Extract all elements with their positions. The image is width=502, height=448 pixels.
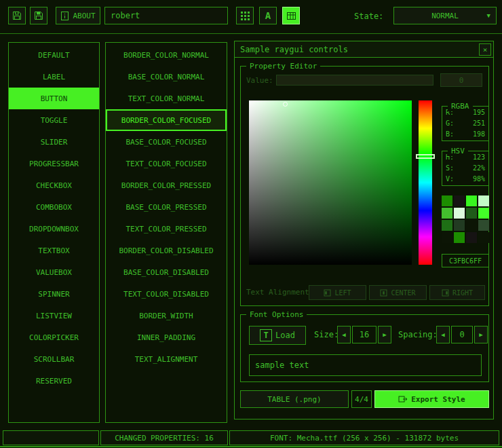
font-view-button[interactable]: A — [259, 7, 277, 24]
color-swatch[interactable] — [454, 232, 465, 243]
controls-list-item[interactable]: RESERVED — [9, 370, 99, 392]
pages-value-box[interactable]: 4/4 — [351, 390, 372, 408]
spacing-value-box[interactable]: 0 — [451, 326, 473, 343]
properties-list-item[interactable]: TEXT_COLOR_PRESSED — [106, 218, 227, 240]
rgba-blue-row: B: 198 — [442, 129, 488, 139]
table-view-button[interactable] — [282, 7, 300, 24]
open-file-button[interactable] — [8, 7, 26, 24]
properties-list-item[interactable]: TEXT_COLOR_FOCUSED — [106, 153, 227, 174]
controls-list-item[interactable]: BUTTON — [9, 88, 99, 109]
font-load-button[interactable]: T Load — [249, 326, 306, 345]
color-saturation-value-panel[interactable] — [249, 100, 412, 265]
chevron-down-icon: ▼ — [487, 12, 490, 19]
spacing-increment-button[interactable]: ▶ — [474, 326, 488, 343]
hex-color-input[interactable]: C3FBC6FF — [442, 254, 489, 267]
color-swatch[interactable] — [466, 232, 477, 243]
controls-list-item[interactable]: PROGRESSBAR — [9, 153, 99, 174]
color-swatch[interactable] — [478, 195, 489, 206]
controls-list-item[interactable]: DROPDOWNBOX — [9, 218, 99, 240]
color-swatch[interactable] — [466, 195, 477, 206]
controls-list-item[interactable]: LABEL — [9, 66, 99, 88]
controls-list-item[interactable]: SLIDER — [9, 131, 99, 153]
green-value: 251 — [473, 118, 485, 128]
properties-list-item[interactable]: TEXT_COLOR_DISABLED — [106, 283, 227, 305]
window-titlebar[interactable]: Sample raygui controls — [235, 41, 493, 58]
state-dropdown-value: NORMAL — [431, 12, 459, 20]
spacing-label: Spacing: — [398, 330, 438, 339]
properties-list-item[interactable]: BORDER_WIDTH — [106, 305, 227, 326]
arrow-right-icon: ▶ — [479, 331, 482, 338]
properties-list-item[interactable]: TEXT_COLOR_NORMAL — [106, 88, 227, 109]
align-right-button: RIGHT — [429, 285, 485, 300]
align-center-label: CENTER — [391, 289, 415, 297]
floppy-save-icon — [33, 10, 44, 21]
controls-list-item[interactable]: LISTVIEW — [9, 305, 99, 326]
controls-list-item[interactable]: COMBOBOX — [9, 196, 99, 218]
properties-list-item[interactable]: BORDER_COLOR_FOCUSED — [106, 109, 227, 131]
controls-list-item[interactable]: DEFAULT — [9, 44, 99, 66]
export-style-button[interactable]: Export Style — [374, 390, 489, 408]
saturation-value: 22% — [473, 163, 485, 173]
color-swatch[interactable] — [478, 232, 489, 243]
sample-text-input[interactable]: sample text — [249, 354, 482, 376]
controls-list-item[interactable]: COLORPICKER — [9, 326, 99, 348]
properties-list: BORDER_COLOR_NORMALBASE_COLOR_NORMALTEXT… — [105, 42, 227, 423]
grid-view-button[interactable] — [236, 7, 254, 24]
hue-handle[interactable] — [416, 154, 435, 159]
controls-list-item[interactable]: CHECKBOX — [9, 174, 99, 196]
hsv-group-label: HSV — [448, 146, 468, 156]
brightness-value: 98% — [473, 174, 485, 184]
arrow-left-icon: ◀ — [342, 331, 345, 338]
color-swatch[interactable] — [466, 208, 477, 219]
controls-list-item[interactable]: TEXTBOX — [9, 240, 99, 261]
properties-list-item[interactable]: INNER_PADDING — [106, 326, 227, 348]
save-file-button[interactable] — [30, 7, 47, 24]
color-swatch[interactable] — [442, 195, 452, 206]
properties-list-item[interactable]: BASE_COLOR_PRESSED — [106, 196, 227, 218]
about-button-label: ABOUT — [73, 12, 95, 20]
properties-list-item[interactable]: BASE_COLOR_NORMAL — [106, 66, 227, 88]
properties-list-item[interactable]: BORDER_COLOR_DISABLED — [106, 240, 227, 261]
info-icon — [60, 11, 69, 21]
value-label: Value: — [246, 76, 273, 85]
color-swatch[interactable] — [454, 195, 465, 206]
export-format-dropdown[interactable]: TABLE (.png) — [240, 390, 349, 408]
color-swatch[interactable] — [454, 220, 465, 231]
sv-cursor[interactable] — [283, 102, 288, 107]
controls-list-item[interactable]: SCROLLBAR — [9, 348, 99, 370]
about-button[interactable]: ABOUT — [56, 7, 100, 24]
properties-list-item[interactable]: BORDER_COLOR_NORMAL — [106, 44, 227, 66]
state-dropdown[interactable]: NORMAL ▼ — [393, 7, 497, 24]
size-value-box[interactable]: 16 — [352, 326, 376, 343]
saturation-row: S: 22% — [442, 163, 488, 173]
style-name-input[interactable] — [104, 7, 228, 24]
color-swatch[interactable] — [454, 208, 465, 219]
color-swatch[interactable] — [442, 208, 452, 219]
align-right-icon — [442, 289, 449, 297]
controls-list-item[interactable]: VALUEBOX — [9, 261, 99, 283]
color-swatch[interactable] — [478, 220, 489, 231]
color-swatch[interactable] — [442, 232, 452, 243]
color-swatch-grid — [442, 195, 489, 243]
controls-list-item[interactable]: TOGGLE — [9, 109, 99, 131]
properties-list-item[interactable]: BASE_COLOR_DISABLED — [106, 261, 227, 283]
hue-bar[interactable] — [419, 100, 432, 265]
size-increment-button[interactable]: ▶ — [378, 326, 391, 343]
color-swatch[interactable] — [466, 220, 477, 231]
align-left-icon — [324, 289, 331, 297]
properties-list-item[interactable]: BASE_COLOR_FOCUSED — [106, 131, 227, 153]
property-editor-group: Property Editor Value: 0 RGBA R: 195 G: … — [240, 66, 489, 306]
controls-list-item[interactable]: SPINNER — [9, 283, 99, 305]
window-bottom-border — [0, 446, 502, 447]
properties-list-item[interactable]: BORDER_COLOR_PRESSED — [106, 174, 227, 196]
green-label: G: — [446, 118, 454, 128]
size-decrement-button[interactable]: ◀ — [337, 326, 351, 343]
sample-controls-window: Sample raygui controls × Property Editor… — [234, 41, 494, 419]
color-swatch[interactable] — [478, 208, 489, 219]
close-button[interactable]: × — [479, 43, 491, 56]
font-load-label: Load — [275, 331, 295, 340]
properties-list-item[interactable]: TEXT_ALIGNMENT — [106, 348, 227, 370]
color-swatch[interactable] — [442, 220, 452, 231]
state-label: State: — [354, 12, 383, 21]
spacing-decrement-button[interactable]: ◀ — [436, 326, 450, 343]
